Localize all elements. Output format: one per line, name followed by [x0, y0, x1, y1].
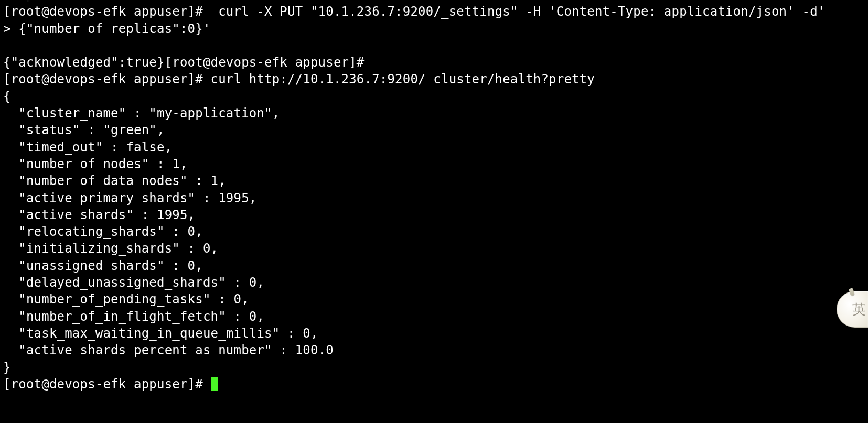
json-task-max-waiting-in-queue-millis: "task_max_waiting_in_queue_millis" : 0,	[3, 326, 318, 341]
ack-response-and-prompt: {"acknowledged":true}[root@devops-efk ap…	[3, 55, 372, 70]
json-active-shards: "active_shards" : 1995,	[3, 208, 195, 222]
json-number-of-pending-tasks: "number_of_pending_tasks" : 0,	[3, 292, 249, 307]
json-active-primary-shards: "active_primary_shards" : 1995,	[3, 191, 256, 205]
ime-language-label: 英	[852, 300, 866, 319]
json-number-of-in-flight-fetch: "number_of_in_flight_fetch" : 0,	[3, 309, 264, 324]
json-close-brace: }	[3, 360, 11, 375]
swap-line-cut: Swap: 4095 18 4077	[3, 0, 357, 2]
json-status: "status" : "green",	[3, 123, 165, 137]
continuation-body: > {"number_of_replicas":0}'	[3, 21, 211, 36]
json-open-brace: {	[3, 89, 11, 104]
terminal-output[interactable]: Swap: 4095 18 4077 [root@devops-efk appu…	[0, 0, 868, 393]
json-number-of-nodes: "number_of_nodes" : 1,	[3, 157, 188, 171]
json-initializing-shards: "initializing_shards" : 0,	[3, 241, 218, 256]
terminal-cursor	[211, 377, 218, 391]
json-number-of-data-nodes: "number_of_data_nodes" : 1,	[3, 173, 226, 188]
prompt-curl-health: [root@devops-efk appuser]# curl http://1…	[3, 72, 595, 86]
json-active-shards-percent-as-number: "active_shards_percent_as_number" : 100.…	[3, 343, 334, 357]
prompt-curl-put: [root@devops-efk appuser]# curl -X PUT "…	[3, 4, 825, 19]
json-cluster-name: "cluster_name" : "my-application",	[3, 106, 280, 121]
json-timed-out: "timed_out" : false,	[3, 140, 172, 155]
prompt-idle: [root@devops-efk appuser]#	[3, 377, 218, 392]
json-delayed-unassigned-shards: "delayed_unassigned_shards" : 0,	[3, 275, 264, 290]
json-unassigned-shards: "unassigned_shards" : 0,	[3, 258, 203, 273]
json-relocating-shards: "relocating_shards" : 0,	[3, 224, 203, 239]
